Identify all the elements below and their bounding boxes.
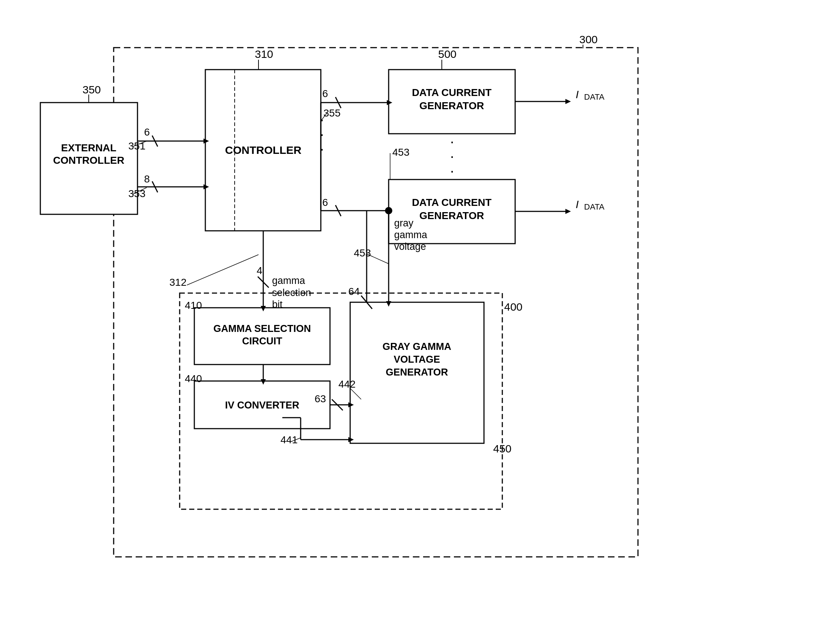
text-controller: CONTROLLER: [225, 144, 302, 156]
label-6-topleft: 6: [144, 126, 150, 138]
leader-453-bot: [367, 254, 388, 264]
text-gamma-sel-2: CIRCUIT: [242, 335, 282, 346]
text-dcg-bot-1: DATA CURRENT: [412, 197, 491, 208]
label-gamma-sel-bit: gamma: [272, 275, 305, 286]
label-idata-bot-sub: DATA: [584, 202, 605, 211]
label-6-botright: 6: [322, 197, 328, 208]
vertical-dots3: ·: [320, 141, 324, 157]
label-312: 312: [169, 277, 186, 288]
label-idata-top: I: [576, 88, 579, 101]
text-ggvg-3: GENERATOR: [386, 367, 448, 378]
label-450: 450: [493, 442, 512, 455]
vert-dots-dcg3: ·: [450, 163, 454, 179]
text-dcg-bot-2: GENERATOR: [420, 210, 484, 221]
text-external-controller-1: EXTERNAL: [61, 142, 117, 154]
text-dcg-top-2: GENERATOR: [420, 100, 484, 111]
vert-dots-dcg: ·: [450, 133, 454, 150]
label-442: 442: [338, 378, 356, 390]
label-gray-gamma-voltage: gray: [394, 217, 414, 228]
label-idata-top-sub: DATA: [584, 92, 605, 101]
label-6-topright: 6: [322, 88, 328, 99]
label-gray-gamma-voltage2: gamma: [394, 229, 428, 240]
leader-312: [187, 255, 259, 285]
diagram-container: · · · · · ·: [0, 0, 840, 636]
text-external-controller-2: CONTROLLER: [53, 154, 124, 166]
label-idata-bot: I: [576, 198, 579, 210]
label-453-bot: 453: [354, 247, 371, 259]
label-310: 310: [255, 48, 273, 60]
label-400: 400: [504, 301, 523, 313]
label-8-botleft: 8: [144, 173, 150, 185]
label-351: 351: [128, 140, 145, 152]
text-ggvg-1: GRAY GAMMA: [382, 341, 452, 352]
label-410: 410: [185, 300, 202, 311]
arrow-dcg-top-out: [565, 99, 571, 104]
label-355: 355: [324, 107, 341, 119]
vertical-dots2: ·: [320, 126, 324, 142]
label-453-top: 453: [392, 146, 409, 158]
label-4: 4: [257, 265, 262, 276]
text-iv-converter: IV CONVERTER: [225, 400, 300, 411]
text-ggvg-2: VOLTAGE: [394, 354, 441, 365]
label-63: 63: [314, 393, 326, 405]
label-gray-gamma-voltage3: voltage: [394, 241, 426, 252]
vert-dots-dcg2: ·: [450, 148, 454, 164]
arrow-dcg-bot-out: [565, 209, 571, 214]
text-dcg-top-1: DATA CURRENT: [412, 87, 491, 98]
label-440: 440: [185, 373, 202, 384]
label-350: 350: [82, 83, 101, 96]
diagram-svg: · · · · · ·: [0, 0, 840, 636]
label-gamma-sel-bit2: selection: [272, 287, 311, 298]
text-gamma-sel-1: GAMMA SELECTION: [213, 323, 311, 334]
label-64: 64: [348, 286, 360, 297]
label-300: 300: [579, 33, 598, 46]
label-500: 500: [438, 48, 456, 60]
label-gamma-sel-bit3: bit: [272, 299, 283, 310]
